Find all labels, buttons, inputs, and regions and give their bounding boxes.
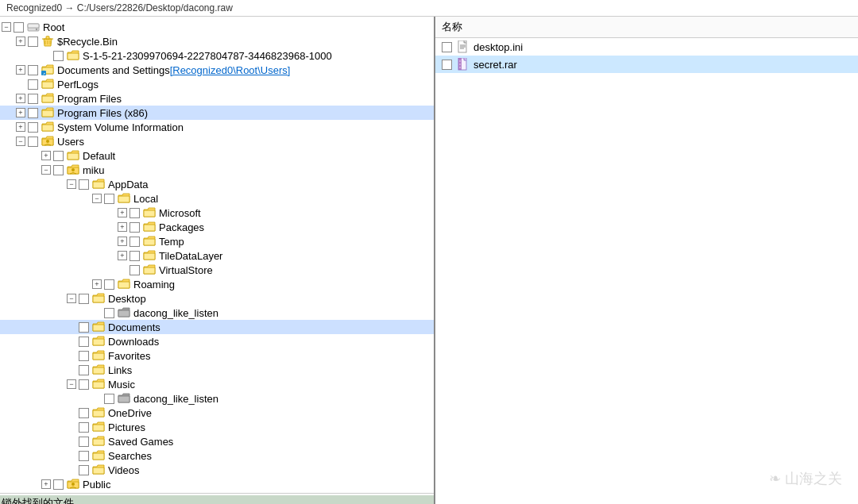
tree-row-temp[interactable]: + Temp [0, 234, 434, 248]
checkbox-public[interactable] [53, 479, 64, 490]
checkbox-root[interactable] [14, 22, 24, 33]
checkbox-recycle[interactable] [28, 37, 38, 47]
tree-row-searches[interactable]: Searches [0, 448, 434, 463]
tree-row-sysvolinfo[interactable]: + System Volume Information [0, 120, 434, 134]
outside-files-label: 锁外找到的文件 [2, 496, 74, 504]
tree-row-onedrive[interactable]: OneDrive [0, 406, 434, 420]
checkbox-desktopini[interactable] [442, 42, 452, 52]
expander-users[interactable]: − [16, 137, 25, 146]
tree-row-virtualstore[interactable]: VirtualStore [0, 263, 434, 277]
checkbox-microsoft[interactable] [129, 208, 140, 218]
checkbox-dacong-music[interactable] [104, 394, 114, 404]
tree-row-default[interactable]: + Default [0, 148, 434, 163]
tree-row-recycle[interactable]: + $Recycle.Bin [0, 34, 434, 48]
expander-pfx86[interactable]: + [16, 108, 25, 117]
right-file-list[interactable]: desktop.ini secret.rar [435, 38, 858, 504]
expander-docs[interactable]: + [16, 65, 25, 75]
checkbox-videos[interactable] [79, 465, 89, 475]
tree-row-packages[interactable]: + Packages [0, 220, 434, 234]
expander-desktop[interactable]: − [67, 294, 76, 303]
checkbox-searches[interactable] [79, 451, 89, 461]
tree-row-pictures[interactable]: Pictures [0, 420, 434, 434]
tree-row-microsoft[interactable]: + Microsoft [0, 206, 434, 220]
tree-row-appdata[interactable]: − AppData [0, 177, 434, 191]
expander-local[interactable]: − [92, 194, 102, 203]
checkbox-links[interactable] [79, 365, 89, 375]
folder-icon-links [92, 364, 105, 375]
expander-appdata[interactable]: − [67, 179, 76, 189]
expander-temp[interactable]: + [118, 237, 127, 246]
checkbox-favorites[interactable] [79, 351, 89, 361]
tree-row-tiledatalayer[interactable]: + TileDataLayer [0, 248, 434, 263]
checkbox-downloads[interactable] [79, 337, 89, 347]
checkbox-temp[interactable] [129, 237, 140, 247]
expander-roaming[interactable]: + [92, 279, 102, 289]
checkbox-programfiles[interactable] [28, 94, 38, 104]
default-label: Default [83, 150, 115, 162]
checkbox-dacong-desktop[interactable] [104, 308, 114, 318]
tree-row-users[interactable]: − Users [0, 134, 434, 148]
docs-link[interactable]: [Recognized0\Root\Users] [170, 64, 291, 76]
checkbox-users[interactable] [28, 137, 38, 147]
folder-icon-public [67, 479, 79, 490]
tree-row-public[interactable]: + Public [0, 477, 434, 491]
checkbox-tiledatalayer[interactable] [129, 251, 140, 261]
tiledatalayer-label: TileDataLayer [159, 250, 222, 262]
tree-row-root[interactable]: − Root [0, 20, 434, 34]
checkbox-roaming[interactable] [104, 279, 114, 290]
tree-row-favorites[interactable]: Favorites [0, 348, 434, 363]
expander-default[interactable]: + [41, 151, 51, 160]
expander-miku[interactable]: − [41, 165, 51, 175]
checkbox-perflogs[interactable] [28, 79, 38, 90]
tree-row-links[interactable]: Links [0, 363, 434, 377]
left-panel[interactable]: − Root + [0, 17, 435, 504]
tree-row-roaming[interactable]: + Roaming [0, 277, 434, 291]
tree-row-savedgames[interactable]: Saved Games [0, 434, 434, 448]
checkbox-onedrive[interactable] [79, 408, 89, 418]
checkbox-sid[interactable] [53, 51, 64, 61]
expander-music[interactable]: − [67, 379, 76, 389]
checkbox-local[interactable] [104, 194, 114, 204]
tree-row-outside-files[interactable]: 锁外找到的文件 [0, 495, 434, 504]
tree-row-dacong-desktop[interactable]: dacong_like_listen [0, 306, 434, 320]
checkbox-savedgames[interactable] [79, 437, 89, 447]
savedgames-placeholder [67, 437, 76, 446]
checkbox-secretrar[interactable] [442, 60, 452, 70]
checkbox-docs[interactable] [28, 65, 38, 75]
tree-row-miku[interactable]: − miku [0, 163, 434, 177]
checkbox-music[interactable] [79, 379, 89, 390]
file-item-secret-rar[interactable]: secret.rar [435, 56, 858, 73]
checkbox-documents[interactable] [79, 322, 89, 333]
tree-row-documents[interactable]: Documents [0, 320, 434, 334]
file-item-desktop-ini[interactable]: desktop.ini [435, 38, 858, 56]
tree-row-videos[interactable]: Videos [0, 463, 434, 477]
tree-row-programfiles[interactable]: + Program Files [0, 91, 434, 106]
tree-row-music[interactable]: − Music [0, 377, 434, 391]
expander-sysvolinfo[interactable]: + [16, 122, 25, 132]
expander-packages[interactable]: + [118, 222, 127, 232]
svg-rect-1 [28, 24, 39, 28]
checkbox-pfx86[interactable] [28, 108, 38, 118]
checkbox-virtualstore[interactable] [129, 265, 140, 275]
expander-root[interactable]: − [2, 22, 11, 32]
tree-row-programfilesx86[interactable]: + Program Files (x86) [0, 106, 434, 120]
tree-row-dacong-music[interactable]: dacong_like_listen [0, 391, 434, 406]
expander-tiledatalayer[interactable]: + [118, 251, 127, 260]
expander-recycle[interactable]: + [16, 37, 25, 46]
checkbox-pictures[interactable] [79, 422, 89, 433]
tree-row-desktop[interactable]: − Desktop [0, 291, 434, 306]
checkbox-sysvolinfo[interactable] [28, 122, 38, 133]
checkbox-miku[interactable] [53, 165, 64, 175]
checkbox-appdata[interactable] [79, 179, 89, 190]
tree-row-docs[interactable]: + ↗ Documents and Settings [Recognized0\… [0, 63, 434, 77]
checkbox-default[interactable] [53, 151, 64, 161]
tree-row-local[interactable]: − Local [0, 191, 434, 206]
tree-row-downloads[interactable]: Downloads [0, 334, 434, 348]
expander-public[interactable]: + [41, 479, 51, 489]
checkbox-desktop[interactable] [79, 294, 89, 304]
expander-microsoft[interactable]: + [118, 208, 127, 217]
expander-programfiles[interactable]: + [16, 94, 25, 103]
tree-row-perflogs[interactable]: PerfLogs [0, 77, 434, 91]
tree-row-sid[interactable]: S-1-5-21-2309970694-2227804787-344682396… [0, 48, 434, 63]
checkbox-packages[interactable] [129, 222, 140, 233]
